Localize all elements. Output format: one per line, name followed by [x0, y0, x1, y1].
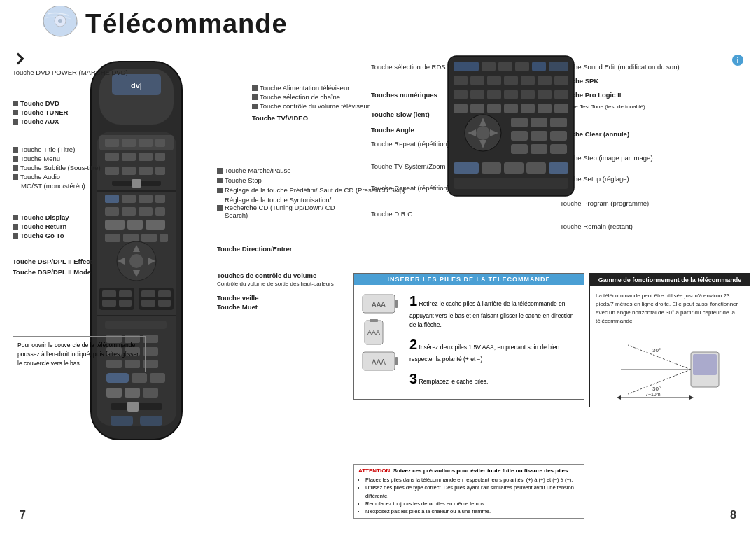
svg-rect-84: [454, 76, 468, 85]
svg-rect-123: [526, 162, 546, 174]
attention-box: ATTENTION Suivez ces précautions pour év…: [354, 464, 584, 519]
svg-marker-144: [617, 395, 621, 400]
label-dsp-mode: Touche DSP/DPL II Mode: [13, 268, 92, 276]
label-return: Touche Return: [13, 223, 69, 230]
svg-rect-89: [538, 76, 552, 85]
step1-text: Retirez le cache piles à l'arrière de la…: [410, 300, 573, 328]
label-title: Touche Title (Titre): [13, 146, 101, 153]
page-number-left: 7: [20, 509, 26, 521]
battery-section: INSÉRER LES PILES DE LA TÉLÉCOMMANDE AAA…: [354, 273, 584, 400]
svg-rect-112: [531, 118, 547, 127]
label-dsp-effect: Touche DSP/DPL II Effect: [13, 258, 92, 265]
remote-right-image: [441, 50, 581, 249]
label-direction: Touche Direction/Entrer: [217, 245, 293, 253]
svg-rect-104: [554, 104, 568, 113]
attention-list: Placez les piles dans la télécommande en…: [365, 476, 580, 515]
svg-rect-86: [487, 76, 501, 85]
step1-num: 1: [410, 293, 417, 309]
svg-rect-115: [531, 131, 547, 141]
svg-rect-101: [504, 104, 518, 113]
svg-rect-116: [550, 131, 567, 141]
open-cover-instructions: Pour ouvrir le couvercle de la télécomma…: [13, 336, 146, 372]
svg-rect-78: [454, 62, 479, 71]
svg-rect-136: [693, 354, 717, 375]
svg-text:AAA: AAA: [372, 358, 386, 366]
disc-icon: [42, 6, 78, 42]
label-audio-sub: MO/ST (mono/stéréo): [13, 182, 101, 190]
label-veille: Touche veille: [217, 294, 334, 302]
svg-rect-114: [511, 131, 528, 141]
label-vol-sub: Contrôle du volume de sortie des haut-pa…: [217, 281, 334, 287]
label-dvd-power: Touche DVD POWER (MARCHE DVD): [13, 69, 128, 76]
gamme-diagram: 30° 30° 7~10m: [596, 331, 744, 401]
svg-rect-79: [482, 62, 496, 71]
label-aux: Touche AUX: [13, 118, 68, 125]
svg-rect-96: [538, 90, 552, 99]
label-mute: Touche Muet: [217, 303, 334, 311]
svg-point-106: [476, 126, 490, 140]
svg-rect-127: [395, 300, 398, 308]
svg-rect-95: [521, 90, 535, 99]
attention-item-3: Remplacez toujours les deux piles en mêm…: [365, 500, 580, 507]
label-vol-ctrl: Touches de contrôle du volume: [217, 272, 334, 279]
label-group-source: Touche DVD Touche TUNER Touche AUX: [13, 99, 68, 125]
label-repeat: Touche Repeat (répétition): [371, 140, 449, 148]
battery-header: INSÉRER LES PILES DE LA TÉLÉCOMMANDE: [354, 274, 584, 285]
label-dvd: Touche DVD: [13, 99, 68, 107]
left-labels-container: Touche DVD POWER (MARCHE DVD) Touche DVD…: [0, 63, 350, 483]
gamme-text: La télécommande peut être utilisée jusqu…: [596, 292, 744, 325]
svg-text:30°: 30°: [652, 347, 661, 353]
svg-rect-90: [554, 76, 568, 85]
battery-img-2: AAA: [361, 319, 400, 346]
attention-header: ATTENTION Suivez ces précautions pour év…: [358, 468, 580, 474]
label-goto: Touche Go To: [13, 232, 69, 239]
gamme-header: Gamme de fonctionnement de la télécomman…: [590, 274, 750, 286]
svg-rect-81: [515, 62, 529, 71]
svg-rect-85: [470, 76, 484, 85]
label-slow: Touche Slow (lent): [371, 111, 430, 118]
svg-rect-88: [521, 76, 535, 85]
svg-text:AAA: AAA: [372, 301, 386, 309]
svg-rect-120: [454, 162, 479, 174]
svg-rect-80: [498, 62, 512, 71]
svg-rect-98: [454, 104, 468, 113]
svg-rect-92: [470, 90, 484, 99]
svg-rect-118: [531, 144, 547, 154]
step2-text: Insérez deux piles 1.5V AAA, en prenant …: [410, 344, 559, 363]
gamme-section: Gamme de fonctionnement de la télécomman…: [589, 273, 750, 407]
step3-text: Remplacez le cache piles.: [419, 378, 489, 385]
svg-rect-94: [504, 90, 518, 99]
page-title: Télécommande: [85, 9, 288, 39]
label-tuning: Réglage de la touche Syntonisation/ Rech…: [217, 196, 350, 219]
label-tv-vol: Touche contrôle du volume téléviseur: [252, 102, 370, 110]
label-drc: Touche D.R.C: [371, 210, 412, 218]
battery-img-3: AAA: [361, 348, 400, 374]
title-area: Télécommande: [42, 6, 288, 42]
svg-text:30°: 30°: [652, 386, 661, 392]
svg-rect-113: [550, 118, 567, 127]
label-group-volume: Touches de contrôle du volume Contrôle d…: [217, 272, 334, 305]
label-angle: Touche Angle: [371, 126, 414, 134]
svg-text:AAA: AAA: [368, 329, 380, 336]
gamme-content: La télécommande peut être utilisée jusqu…: [590, 286, 750, 407]
label-menu: Touche Menu: [13, 155, 101, 162]
label-subtitle: Touche Subtitle (Sous-titre): [13, 164, 101, 171]
svg-rect-82: [532, 62, 546, 71]
label-rds: Touche sélection de RDS: [371, 63, 446, 71]
svg-rect-119: [550, 144, 567, 154]
svg-rect-130: [370, 319, 378, 322]
svg-rect-97: [554, 90, 568, 99]
label-tv-video: Touche TV/VIDEO: [252, 114, 370, 122]
svg-text:7~10m: 7~10m: [645, 392, 661, 397]
label-tv-chan: Touche sélection de chaîne: [252, 93, 370, 101]
svg-rect-87: [504, 76, 518, 85]
label-tuner: Touche TUNER: [13, 108, 68, 116]
svg-rect-103: [538, 104, 552, 113]
svg-rect-117: [511, 144, 528, 154]
svg-rect-83: [549, 62, 568, 71]
label-display: Touche Display: [13, 213, 69, 221]
label-group-display: Touche Display Touche Return Touche Go T…: [13, 213, 69, 239]
svg-rect-124: [549, 162, 568, 174]
svg-rect-100: [487, 104, 501, 113]
attention-label: ATTENTION: [358, 468, 390, 474]
